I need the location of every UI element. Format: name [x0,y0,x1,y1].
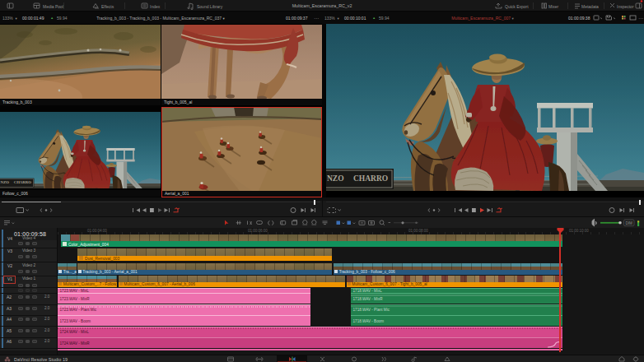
svg-text:DIM: DIM [626,221,633,225]
svg-text:⋯: ⋯ [638,16,643,21]
